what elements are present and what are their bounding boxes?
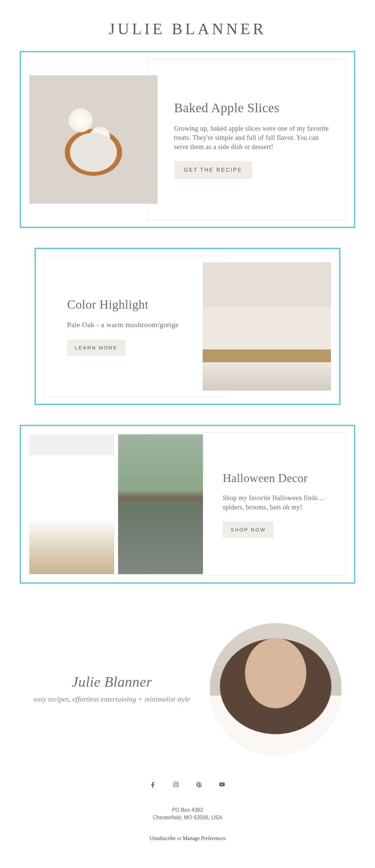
instagram-icon[interactable] [173, 781, 179, 788]
learn-more-button[interactable]: LEARN MORE [67, 340, 125, 356]
halloween-door-image [29, 434, 114, 574]
manage-preferences-link[interactable]: Manage Preferences [183, 835, 226, 841]
footer-or: or [176, 835, 183, 841]
facebook-icon[interactable] [150, 781, 156, 788]
baked-apples-image [29, 75, 158, 204]
halloween-yard-image [118, 434, 203, 574]
footer-links: Unsubscribe or Manage Preferences [0, 826, 375, 861]
social-links [0, 775, 375, 802]
address-line-1: PO Box 4362 [0, 807, 375, 813]
pinterest-icon[interactable] [196, 781, 202, 788]
address-line-2: Chesterfield, MO 63006, USA [0, 815, 375, 820]
youtube-icon[interactable] [219, 781, 225, 788]
site-logo: JULIE BLANNER [0, 0, 375, 51]
card-halloween-decor: Halloween Decor Shop my favorite Hallowe… [20, 425, 355, 584]
nightstand-image [202, 262, 331, 391]
card-description: Growing up, baked apple slices were one … [174, 124, 329, 151]
footer-address: PO Box 4362 Chesterfield, MO 63006, USA [0, 802, 375, 826]
bio-portrait [210, 623, 341, 755]
card-title: Halloween Decor [223, 471, 333, 485]
svg-point-1 [175, 783, 177, 786]
bio-tagline: easy recipes, effortless entertaining + … [34, 694, 190, 705]
bio-section: Julie Blanner easy recipes, effortless e… [0, 603, 375, 775]
card-description: Pale Oak - a warm mushroom/greige [67, 320, 186, 330]
card-title: Baked Apple Slices [174, 100, 329, 116]
card-color-highlight: Color Highlight Pale Oak - a warm mushro… [35, 248, 340, 405]
svg-point-2 [177, 782, 178, 783]
get-the-recipe-button[interactable]: GET THE RECIPE [174, 161, 252, 179]
shop-now-button[interactable]: SHOP NOW [223, 522, 274, 538]
bio-name: Julie Blanner [34, 674, 190, 690]
unsubscribe-link[interactable]: Unsubscribe [149, 835, 176, 841]
card-title: Color Highlight [67, 297, 186, 312]
card-baked-apple-slices: Baked Apple Slices Growing up, baked app… [20, 51, 355, 228]
card-description: Shop my favorite Halloween finds… spider… [223, 493, 333, 512]
